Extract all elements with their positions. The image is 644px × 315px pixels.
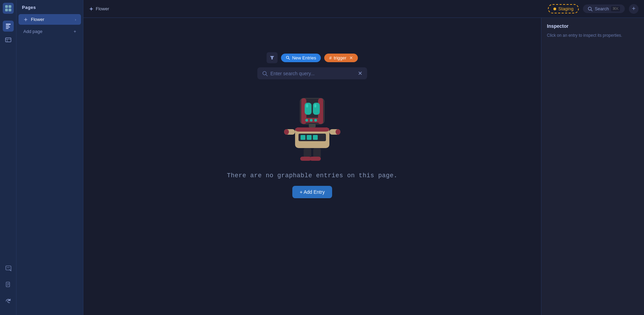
svg-point-20 — [286, 56, 289, 59]
svg-rect-1 — [9, 5, 11, 8]
svg-rect-40 — [307, 135, 312, 140]
icon-rail — [0, 0, 16, 315]
svg-marker-19 — [270, 56, 274, 59]
inspector-hint: Click on an entry to inspect its propert… — [547, 32, 639, 38]
new-entries-label: New Entries — [292, 55, 316, 60]
robot-svg — [281, 93, 343, 162]
search-input-icon — [262, 71, 268, 76]
svg-line-18 — [591, 10, 593, 11]
filter-chip-new-entries[interactable]: New Entries — [281, 54, 321, 62]
search-input[interactable] — [270, 71, 355, 76]
svg-line-23 — [266, 75, 267, 76]
docs-icon[interactable] — [3, 279, 14, 290]
svg-rect-0 — [5, 5, 8, 8]
sidebar-add-page[interactable]: Add page + — [19, 26, 81, 37]
svg-rect-41 — [313, 135, 318, 140]
svg-rect-43 — [284, 129, 289, 135]
filter-bar: New Entries # trigger ✕ — [267, 52, 358, 63]
svg-line-21 — [289, 58, 290, 59]
svg-marker-16 — [89, 7, 93, 11]
svg-point-33 — [310, 119, 313, 122]
svg-rect-30 — [314, 104, 316, 108]
search-clear-icon[interactable]: ✕ — [358, 70, 362, 77]
staging-label: Staging — [558, 6, 573, 11]
svg-rect-28 — [313, 103, 320, 115]
hash-icon: # — [329, 55, 331, 60]
trigger-label: trigger — [334, 55, 347, 60]
search-input-container: ✕ — [257, 67, 367, 79]
svg-rect-8 — [5, 38, 11, 42]
breadcrumb: Flower — [89, 6, 109, 11]
main-wrapper: Flower Staging Search ⌘K + — [83, 0, 644, 315]
svg-rect-4 — [6, 24, 11, 25]
svg-rect-3 — [9, 9, 11, 11]
add-entry-button[interactable]: + Add Entry — [292, 186, 332, 198]
filter-chip-trigger[interactable]: # trigger ✕ — [324, 54, 358, 62]
svg-rect-2 — [5, 9, 8, 11]
svg-rect-49 — [310, 157, 321, 161]
add-entry-label: + Add Entry — [300, 189, 325, 195]
breadcrumb-label: Flower — [96, 6, 109, 11]
svg-rect-29 — [306, 104, 308, 108]
entries-nav-icon[interactable] — [3, 34, 14, 45]
close-chip-icon[interactable]: ✕ — [349, 55, 353, 60]
main-content: New Entries # trigger ✕ ✕ — [83, 18, 541, 315]
discord-icon[interactable] — [3, 263, 14, 274]
svg-point-32 — [305, 119, 308, 122]
sidebar-item-left: Flower — [23, 17, 44, 22]
sidebar-item-flower[interactable]: Flower › — [19, 14, 81, 25]
chevron-right-icon: › — [75, 18, 76, 22]
search-icon — [588, 7, 593, 11]
app-logo-icon[interactable] — [3, 3, 14, 14]
refresh-icon[interactable] — [3, 296, 14, 307]
add-page-plus-icon: + — [73, 29, 76, 34]
staging-dot — [553, 8, 556, 10]
topbar-search-button[interactable]: Search ⌘K — [583, 4, 625, 13]
filter-button[interactable] — [267, 52, 278, 63]
search-label: Search — [595, 6, 609, 11]
svg-rect-39 — [301, 135, 305, 140]
topbar-right: Staging Search ⌘K + — [548, 4, 639, 14]
search-kbd: ⌘K — [611, 6, 620, 11]
icon-rail-bottom — [3, 261, 14, 312]
add-page-label: Add page — [23, 29, 43, 34]
svg-rect-37 — [295, 127, 329, 132]
sidebar-title: Pages — [16, 0, 83, 13]
topbar: Flower Staging Search ⌘K + — [83, 0, 644, 18]
content-and-inspector: New Entries # trigger ✕ ✕ — [83, 18, 644, 315]
flower-icon — [23, 17, 28, 22]
svg-rect-35 — [309, 124, 316, 127]
inspector-title: Inspector — [547, 23, 639, 29]
sidebar: Pages Flower › Add page + — [16, 0, 83, 315]
svg-rect-27 — [305, 103, 312, 115]
pages-nav-icon[interactable] — [3, 21, 14, 32]
plus-icon: + — [632, 5, 636, 12]
svg-rect-7 — [6, 28, 9, 29]
search-chip-icon — [286, 56, 290, 60]
robot-illustration — [281, 93, 343, 162]
filter-icon — [270, 55, 274, 60]
add-button[interactable]: + — [629, 4, 639, 14]
svg-rect-6 — [6, 27, 10, 27]
svg-marker-15 — [24, 18, 28, 22]
empty-state-message: There are no graphable entries on this p… — [227, 172, 397, 179]
staging-badge[interactable]: Staging — [548, 4, 579, 13]
svg-rect-45 — [336, 129, 340, 135]
sidebar-item-flower-label: Flower — [31, 17, 44, 22]
svg-rect-48 — [300, 157, 311, 161]
svg-point-34 — [314, 119, 317, 122]
inspector-panel: Inspector Click on an entry to inspect i… — [541, 18, 644, 315]
svg-rect-5 — [6, 25, 9, 26]
breadcrumb-flower-icon — [89, 7, 94, 11]
